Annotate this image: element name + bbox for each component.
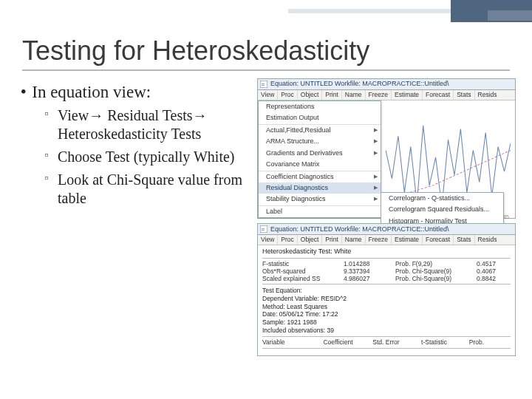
menu-item-covariance-matrix[interactable]: Covariance Matrix bbox=[259, 159, 381, 170]
eviews-window-menu: = Equation: UNTITLED Workfile: MACROPRAC… bbox=[257, 78, 516, 219]
toolbar-view[interactable]: View bbox=[258, 235, 278, 245]
window1-toolbar: ViewProcObjectPrintNameFreezeEstimateFor… bbox=[258, 90, 515, 100]
test-title: Heteroskedasticity Test: White bbox=[262, 248, 511, 255]
stat-pval: 0.4517 bbox=[477, 261, 506, 267]
window1-titlebar: = Equation: UNTITLED Workfile: MACROPRAC… bbox=[258, 79, 515, 90]
info-line: Date: 05/06/12 Time: 17:22 bbox=[262, 310, 511, 318]
stat-val: 4.986027 bbox=[344, 276, 395, 282]
stat-plabel: Prob. Chi-Square(9) bbox=[395, 268, 477, 275]
menu-item-actual-fitted-residual[interactable]: Actual,Fitted,Residual bbox=[259, 124, 381, 136]
menu-item-residual-diagnostics[interactable]: Residual Diagnostics bbox=[259, 183, 381, 194]
stat-val: 9.337394 bbox=[344, 268, 395, 275]
info-line: Method: Least Squares bbox=[262, 303, 511, 311]
window2-titlebar: = Equation: UNTITLED Workfile: MACROPRAC… bbox=[258, 224, 515, 235]
step-3: Look at Chi-Square value from table bbox=[44, 171, 251, 208]
bullet-column: • In equation view: View→ Residual Tests… bbox=[22, 78, 251, 361]
lead-text: In equation view: bbox=[32, 83, 151, 101]
equation-icon: = bbox=[260, 81, 267, 88]
toolbar-freeze[interactable]: Freeze bbox=[366, 235, 392, 245]
slide: Testing for Heteroskedasticity • In equa… bbox=[0, 0, 532, 399]
title-rule bbox=[22, 69, 510, 71]
toolbar-object[interactable]: Object bbox=[298, 235, 323, 245]
toolbar-estimate[interactable]: Estimate bbox=[392, 90, 423, 100]
toolbar-print[interactable]: Print bbox=[322, 235, 341, 245]
stat-pval: 0.4067 bbox=[477, 268, 506, 275]
equation-icon: = bbox=[260, 225, 267, 233]
window2-title: Equation: UNTITLED Workfile: MACROPRACTI… bbox=[270, 226, 449, 233]
test-equation-info: Test Equation:Dependent Variable: RESID^… bbox=[262, 287, 511, 334]
toolbar-proc[interactable]: Proc bbox=[278, 235, 297, 245]
menu-item-label[interactable]: Label bbox=[259, 205, 381, 217]
info-line: Included observations: 39 bbox=[262, 327, 511, 335]
toolbar-estimate[interactable]: Estimate bbox=[392, 235, 423, 245]
decorative-top-bars bbox=[288, 0, 532, 22]
step-1: View→ Residual Tests→ Heteroskedasticity… bbox=[44, 106, 251, 143]
window1-title: Equation: UNTITLED Workfile: MACROPRACTI… bbox=[270, 81, 449, 87]
menu-item-arma-structure[interactable]: ARMA Structure... bbox=[259, 136, 381, 147]
toolbar-proc[interactable]: Proc bbox=[278, 90, 297, 100]
toolbar-name[interactable]: Name bbox=[342, 235, 366, 245]
stat-label: Scaled explained SS bbox=[262, 276, 344, 282]
step-2: Choose Test (typically White) bbox=[44, 148, 251, 166]
menu-item-stability-diagnostics[interactable]: Stability Diagnostics bbox=[259, 194, 381, 205]
lead-bullet: • In equation view: bbox=[19, 83, 251, 102]
toolbar-freeze[interactable]: Freeze bbox=[366, 90, 392, 100]
svg-text:=: = bbox=[262, 81, 265, 88]
view-dropdown[interactable]: RepresentationsEstimation OutputActual,F… bbox=[258, 100, 381, 218]
stat-plabel: Prob. Chi-Square(9) bbox=[395, 276, 477, 282]
stat-label: F-statistic bbox=[262, 261, 344, 267]
toolbar-stats[interactable]: Stats bbox=[454, 90, 474, 100]
stats-grid: F-statistic1.014288Prob. F(9,29)0.4517Ob… bbox=[262, 261, 511, 282]
toolbar-stats[interactable]: Stats bbox=[454, 235, 474, 245]
submenu-item-correlogram-squared-residuals[interactable]: Correlogram Squared Residuals... bbox=[381, 204, 503, 215]
toolbar-forecast[interactable]: Forecast bbox=[423, 235, 454, 245]
toolbar-resids[interactable]: Resids bbox=[475, 90, 500, 100]
toolbar-print[interactable]: Print bbox=[322, 90, 341, 100]
info-line: Test Equation: bbox=[262, 287, 511, 295]
toolbar-view[interactable]: View bbox=[258, 90, 278, 100]
menu-item-coefficient-diagnostics[interactable]: Coefficient Diagnostics bbox=[259, 171, 381, 183]
info-line: Sample: 1921 1988 bbox=[262, 318, 511, 327]
hdr-coef: Coefficient bbox=[314, 339, 362, 346]
hdr-variable: Variable bbox=[262, 339, 314, 346]
menu-item-representations[interactable]: Representations bbox=[259, 101, 381, 112]
menu-item-estimation-output[interactable]: Estimation Output bbox=[259, 112, 381, 123]
eviews-window-results: = Equation: UNTITLED Workfile: MACROPRAC… bbox=[257, 223, 516, 356]
menu-item-gradients-and-derivatives[interactable]: Gradients and Derivatives bbox=[259, 148, 381, 159]
toolbar-resids[interactable]: Resids bbox=[475, 235, 500, 245]
hdr-prob: Prob. bbox=[458, 339, 495, 346]
submenu-item-correlogram-q-statistics[interactable]: Correlogram - Q-statistics... bbox=[381, 193, 503, 204]
toolbar-forecast[interactable]: Forecast bbox=[423, 90, 454, 100]
slide-title: Testing for Heteroskedasticity bbox=[22, 35, 532, 66]
residual-plot-area: 1984 1985 Correlogram - Q-statistics...C… bbox=[381, 100, 515, 218]
stat-pval: 0.8842 bbox=[477, 276, 506, 282]
stat-label: Obs*R-squared bbox=[262, 268, 344, 275]
info-line: Dependent Variable: RESID^2 bbox=[262, 295, 511, 303]
window2-toolbar: ViewProcObjectPrintNameFreezeEstimateFor… bbox=[258, 235, 515, 245]
coef-header-row: Variable Coefficient Std. Error t-Statis… bbox=[262, 339, 511, 346]
svg-text:=: = bbox=[262, 226, 265, 233]
screenshot-column: = Equation: UNTITLED Workfile: MACROPRAC… bbox=[257, 78, 516, 361]
toolbar-name[interactable]: Name bbox=[342, 90, 366, 100]
hdr-tstat: t-Statistic bbox=[410, 339, 458, 346]
hdr-stderr: Std. Error bbox=[362, 339, 410, 346]
stat-plabel: Prob. F(9,29) bbox=[395, 261, 477, 267]
toolbar-object[interactable]: Object bbox=[298, 90, 323, 100]
stat-val: 1.014288 bbox=[344, 261, 395, 267]
